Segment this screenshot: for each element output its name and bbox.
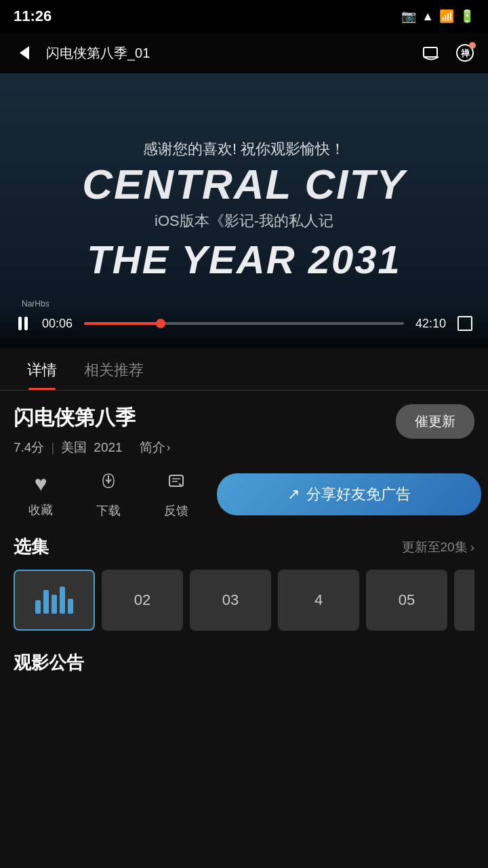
notification-badge [469, 42, 476, 49]
episode-thumb-03[interactable]: 03 [190, 570, 271, 631]
show-info-left: 闪电侠第八季 7.4分 | 美国 2021 简介 › [14, 404, 170, 456]
fullscreen-button[interactable] [453, 311, 477, 336]
show-country: 美国 [61, 439, 87, 456]
share-icon: ↗ [287, 486, 300, 503]
collect-action[interactable]: ♥ 收藏 [7, 471, 75, 518]
episode-update-info[interactable]: 更新至20集 › [402, 538, 474, 556]
signal-icon: ▲ [422, 9, 434, 24]
progress-thumb[interactable] [156, 319, 165, 328]
chevron-right-episodes-icon: › [470, 540, 474, 555]
download-label: 下载 [96, 502, 121, 519]
fullscreen-icon [458, 316, 472, 331]
update-button[interactable]: 催更新 [396, 404, 474, 439]
episode-thumb-05[interactable]: 05 [366, 570, 447, 631]
episode-thumb-02[interactable]: 02 [102, 570, 183, 631]
svg-rect-0 [424, 47, 437, 57]
episode-section-title: 选集 [14, 535, 49, 559]
show-year: 2021 [94, 440, 122, 455]
video-controls: NarHbs 00:06 42:10 [0, 306, 488, 348]
intro-link[interactable]: 简介 › [140, 439, 170, 456]
feedback-icon [165, 470, 187, 497]
announcement-section: 观影公告 [0, 637, 488, 675]
tab-details[interactable]: 详情 [14, 348, 70, 390]
top-bar-actions: 禅 [419, 41, 477, 65]
episode-section: 选集 更新至20集 › 02 03 4 [0, 528, 488, 637]
download-icon [98, 470, 119, 497]
notification-button[interactable]: 禅 [453, 41, 477, 65]
back-button[interactable] [11, 39, 38, 66]
episode-number-02: 02 [134, 591, 150, 609]
feedback-action[interactable]: 反馈 [142, 470, 210, 519]
top-bar: 闪电侠第八季_01 禅 [0, 33, 488, 73]
download-action[interactable]: 下载 [75, 470, 142, 519]
episode-bars [35, 587, 73, 614]
collect-label: 收藏 [28, 502, 53, 518]
status-bar: 11:26 📷 ▲ 📶 🔋 [0, 0, 488, 33]
episode-number-05: 05 [399, 591, 415, 609]
share-label: 分享好友免广告 [306, 484, 411, 505]
show-rating: 7.4分 [14, 439, 44, 456]
progress-fill [84, 322, 161, 325]
episode-thumb-01[interactable] [14, 570, 95, 631]
tabs-row: 详情 相关推荐 [0, 348, 488, 391]
camera-icon: 📷 [401, 9, 416, 24]
progress-bar-row: 00:06 42:10 [11, 311, 477, 336]
episode-number-04: 4 [314, 591, 323, 609]
battery-icon: 🔋 [460, 9, 474, 24]
actions-row: ♥ 收藏 下载 反馈 ↗ 分享好友免广告 [0, 460, 488, 528]
share-button[interactable]: ↗ 分享好友免广告 [217, 473, 481, 515]
episodes-scroll[interactable]: 02 03 4 05 06 [14, 570, 474, 637]
top-bar-title: 闪电侠第八季_01 [46, 44, 411, 62]
back-chevron-icon [20, 46, 29, 60]
video-player[interactable]: 感谢您的喜欢! 祝你观影愉快！ CENTRAL CITY iOS版本《影记-我的… [0, 73, 488, 348]
feedback-label: 反馈 [164, 502, 188, 519]
wifi-icon: 📶 [439, 9, 454, 24]
progress-track[interactable] [84, 322, 404, 325]
meta-update-row: 闪电侠第八季 7.4分 | 美国 2021 简介 › 催更新 [14, 404, 474, 456]
total-time: 42:10 [411, 317, 446, 331]
play-pause-button[interactable] [11, 311, 35, 336]
meta-row: 7.4分 | 美国 2021 简介 › [14, 439, 170, 456]
episode-thumb-06[interactable]: 06 [454, 570, 474, 631]
svg-text:禅: 禅 [460, 48, 470, 58]
status-icons: 📷 ▲ 📶 🔋 [401, 9, 474, 24]
pause-icon [18, 317, 28, 330]
episode-thumb-04[interactable]: 4 [278, 570, 359, 631]
tab-related[interactable]: 相关推荐 [70, 348, 157, 390]
detail-section: 闪电侠第八季 7.4分 | 美国 2021 简介 › 催更新 [0, 391, 488, 456]
current-time: 00:06 [42, 317, 77, 331]
status-time: 11:26 [14, 7, 52, 25]
show-title: 闪电侠第八季 [14, 404, 170, 432]
episode-header: 选集 更新至20集 › [14, 535, 474, 559]
announcement-title: 观影公告 [14, 651, 474, 675]
episode-number-03: 03 [222, 591, 239, 609]
chevron-right-icon: › [167, 441, 170, 454]
narhbs-label: NarHbs [22, 299, 49, 309]
screencast-button[interactable] [419, 41, 443, 65]
heart-icon: ♥ [35, 471, 47, 496]
